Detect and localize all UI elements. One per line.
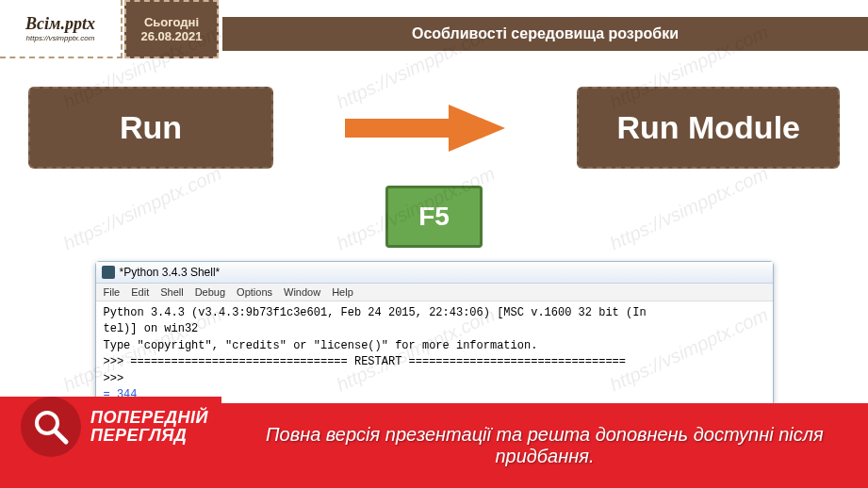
menu-edit[interactable]: Edit [131, 286, 149, 298]
date-badge: Сьогодні 26.08.2021 [124, 0, 219, 58]
shell-title: *Python 3.4.3 Shell* [120, 266, 221, 279]
f5-button: F5 [385, 186, 483, 248]
date-label: Сьогодні [144, 15, 199, 29]
date-value: 26.08.2021 [140, 29, 202, 43]
svg-rect-0 [345, 119, 449, 138]
run-module-button: Run Module [577, 87, 840, 169]
magnifier-icon [21, 397, 81, 457]
shell-titlebar: *Python 3.4.3 Shell* [96, 262, 773, 284]
shell-menu: File Edit Shell Debug Options Window Hel… [96, 284, 773, 301]
logo-url: https://vsimpptx.com [26, 34, 95, 42]
shell-restart: >>> ================================ RES… [104, 354, 765, 370]
shell-line: Type "copyright", "credits" or "license(… [104, 338, 765, 354]
menu-options[interactable]: Options [237, 286, 272, 298]
shell-line: Python 3.4.3 (v3.4.3:9b73f1c3e601, Feb 2… [104, 305, 765, 321]
menu-file[interactable]: File [104, 286, 121, 298]
preview-badge: ПОПЕРЕДНІЙ ПЕРЕГЛЯД [0, 397, 221, 457]
overlay-message: Повна версія презентації та решта доповн… [221, 424, 868, 467]
logo-area: Всім.pptx https://vsimpptx.com [0, 0, 123, 58]
menu-debug[interactable]: Debug [195, 286, 225, 298]
menu-help[interactable]: Help [332, 286, 353, 298]
shell-line: >>> [104, 371, 765, 387]
slide-title: Особливості середовища розробки [222, 17, 868, 51]
f5-row: F5 [28, 186, 840, 248]
preview-label: ПОПЕРЕДНІЙ ПЕРЕГЛЯД [90, 409, 208, 445]
shell-line: tel)] on win32 [104, 321, 765, 337]
arrow-icon [340, 100, 510, 156]
run-row: Run Run Module [28, 87, 840, 169]
python-icon [102, 266, 115, 279]
preview-l1: ПОПЕРЕДНІЙ [90, 409, 208, 427]
svg-marker-1 [449, 105, 505, 152]
menu-shell[interactable]: Shell [160, 286, 183, 298]
preview-overlay: ПОПЕРЕДНІЙ ПЕРЕГЛЯД Повна версія презент… [0, 403, 868, 488]
svg-line-3 [55, 431, 66, 442]
logo-title: Всім.pptx [25, 14, 95, 34]
main-content: Run Run Module F5 *Python 3.4.3 Shell* F… [0, 58, 868, 450]
run-button: Run [28, 87, 273, 169]
header: Всім.pptx https://vsimpptx.com Сьогодні … [0, 0, 868, 58]
menu-window[interactable]: Window [284, 286, 320, 298]
preview-l2: ПЕРЕГЛЯД [90, 427, 208, 445]
